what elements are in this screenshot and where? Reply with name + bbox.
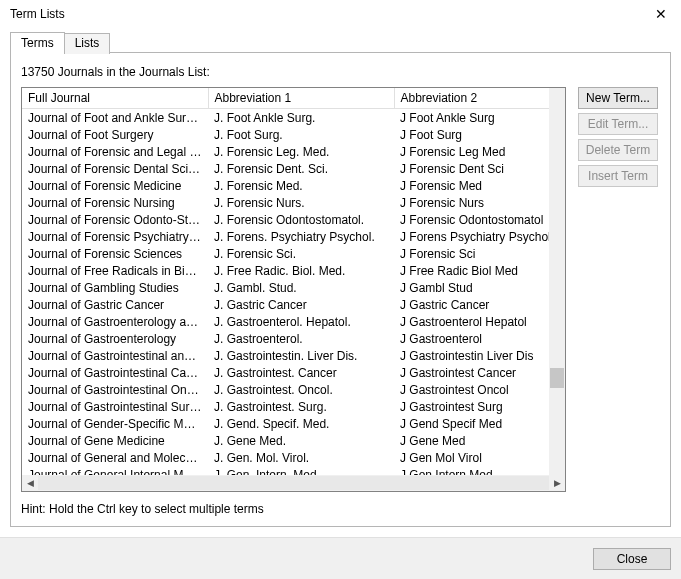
- cell-a1: J. Free Radic. Biol. Med.: [208, 262, 394, 279]
- table-row[interactable]: Journal of Forensic Dental SciencesJ. Fo…: [22, 160, 565, 177]
- cell-full: Journal of Gender-Specific Medicine: [22, 415, 208, 432]
- cell-a1: J. Gambl. Stud.: [208, 279, 394, 296]
- tab-page-terms: 13750 Journals in the Journals List: Ful…: [10, 52, 671, 527]
- cell-full: Journal of Forensic Odonto-Stom...: [22, 211, 208, 228]
- cell-full: Journal of Gastroenterology and ...: [22, 313, 208, 330]
- side-buttons: New Term... Edit Term... Delete Term Ins…: [578, 87, 658, 492]
- table-row[interactable]: Journal of Foot and Ankle SurgeryJ. Foot…: [22, 109, 565, 127]
- cell-a1: J. Forensic Sci.: [208, 245, 394, 262]
- table-row[interactable]: Journal of Gastrointestinal Oncol...J. G…: [22, 381, 565, 398]
- cell-a2: J Gastrointestin Liver Dis: [394, 347, 565, 364]
- cell-a1: J. Forensic Odontostomatol.: [208, 211, 394, 228]
- tabstrip: Terms Lists: [10, 32, 671, 53]
- table-row[interactable]: Journal of Forensic and Legal Me...J. Fo…: [22, 143, 565, 160]
- table-row[interactable]: Journal of GastroenterologyJ. Gastroente…: [22, 330, 565, 347]
- scrollbar-track[interactable]: [38, 476, 549, 490]
- cell-a1: J. Gastrointestin. Liver Dis.: [208, 347, 394, 364]
- edit-term-button: Edit Term...: [578, 113, 658, 135]
- cell-a1: J. Forensic Nurs.: [208, 194, 394, 211]
- table-row[interactable]: Journal of Gene MedicineJ. Gene Med.J Ge…: [22, 432, 565, 449]
- cell-a1: J. Gastrointest. Cancer: [208, 364, 394, 381]
- table-row[interactable]: Journal of Forensic SciencesJ. Forensic …: [22, 245, 565, 262]
- cell-full: Journal of Gastric Cancer: [22, 296, 208, 313]
- cell-a1: J. Gastroenterol. Hepatol.: [208, 313, 394, 330]
- cell-full: Journal of Gastrointestinal Surgery: [22, 398, 208, 415]
- tab-lists[interactable]: Lists: [64, 33, 111, 54]
- table-row[interactable]: Journal of Foot SurgeryJ. Foot Surg.J Fo…: [22, 126, 565, 143]
- table-row[interactable]: Journal of Forensic Odonto-Stom...J. For…: [22, 211, 565, 228]
- tab-terms[interactable]: Terms: [10, 32, 65, 53]
- table-row[interactable]: Journal of Forensic MedicineJ. Forensic …: [22, 177, 565, 194]
- table-row[interactable]: Journal of Gender-Specific MedicineJ. Ge…: [22, 415, 565, 432]
- delete-term-button: Delete Term: [578, 139, 658, 161]
- table-row[interactable]: Journal of Gastrointestinal CancerJ. Gas…: [22, 364, 565, 381]
- col-header-full[interactable]: Full Journal: [22, 88, 208, 109]
- cell-a1: J. Gastric Cancer: [208, 296, 394, 313]
- scroll-right-icon[interactable]: ▶: [549, 475, 565, 491]
- cell-a1: J. Gen. Mol. Virol.: [208, 449, 394, 466]
- cell-a2: J Gambl Stud: [394, 279, 565, 296]
- cell-a1: J. Gend. Specif. Med.: [208, 415, 394, 432]
- table-row[interactable]: Journal of Gastrointestinal and Li...J. …: [22, 347, 565, 364]
- cell-a1: J. Gene Med.: [208, 432, 394, 449]
- cell-a2: J Forensic Odontostomatol: [394, 211, 565, 228]
- cell-a2: J Forens Psychiatry Psychol: [394, 228, 565, 245]
- cell-a2: J Gend Specif Med: [394, 415, 565, 432]
- cell-a2: J Forensic Med: [394, 177, 565, 194]
- cell-full: Journal of Forensic Medicine: [22, 177, 208, 194]
- cell-a2: J Gastroenterol Hepatol: [394, 313, 565, 330]
- table-row[interactable]: Journal of Forensic NursingJ. Forensic N…: [22, 194, 565, 211]
- col-header-abbrev2[interactable]: Abbreviation 2: [394, 88, 565, 109]
- vertical-scrollbar[interactable]: [549, 88, 565, 475]
- cell-full: Journal of Forensic and Legal Me...: [22, 143, 208, 160]
- cell-a1: J. Gastrointest. Surg.: [208, 398, 394, 415]
- cell-full: Journal of Gastroenterology: [22, 330, 208, 347]
- term-list[interactable]: Full Journal Abbreviation 1 Abbreviation…: [21, 87, 566, 492]
- cell-a2: J Forensic Dent Sci: [394, 160, 565, 177]
- table-row[interactable]: Journal of Free Radicals in Biolog...J. …: [22, 262, 565, 279]
- cell-full: Journal of Free Radicals in Biolog...: [22, 262, 208, 279]
- cell-a2: J Gastrointest Surg: [394, 398, 565, 415]
- cell-full: Journal of Forensic Dental Sciences: [22, 160, 208, 177]
- cell-a1: J. Gastroenterol.: [208, 330, 394, 347]
- cell-full: Journal of Gambling Studies: [22, 279, 208, 296]
- cell-full: Journal of Gastrointestinal and Li...: [22, 347, 208, 364]
- cell-a2: J Gen Mol Virol: [394, 449, 565, 466]
- insert-term-button: Insert Term: [578, 165, 658, 187]
- cell-a1: J. Forensic Dent. Sci.: [208, 160, 394, 177]
- cell-a2: J Gastric Cancer: [394, 296, 565, 313]
- col-header-abbrev1[interactable]: Abbreviation 1: [208, 88, 394, 109]
- cell-a2: J Gastrointest Oncol: [394, 381, 565, 398]
- cell-full: Journal of Gastrointestinal Oncol...: [22, 381, 208, 398]
- term-table: Full Journal Abbreviation 1 Abbreviation…: [22, 88, 565, 483]
- cell-full: Journal of Foot Surgery: [22, 126, 208, 143]
- cell-full: Journal of Forensic Nursing: [22, 194, 208, 211]
- cell-a2: J Forensic Sci: [394, 245, 565, 262]
- cell-full: Journal of Gene Medicine: [22, 432, 208, 449]
- scrollbar-thumb[interactable]: [550, 368, 564, 388]
- titlebar: Term Lists ✕: [0, 0, 681, 28]
- cell-full: Journal of Gastrointestinal Cancer: [22, 364, 208, 381]
- cell-a2: J Gene Med: [394, 432, 565, 449]
- dialog-footer: Close: [0, 537, 681, 579]
- table-row[interactable]: Journal of Gastroenterology and ...J. Ga…: [22, 313, 565, 330]
- cell-a2: J Free Radic Biol Med: [394, 262, 565, 279]
- close-button[interactable]: Close: [593, 548, 671, 570]
- cell-a1: J. Foot Surg.: [208, 126, 394, 143]
- horizontal-scrollbar[interactable]: ◀ ▶: [22, 475, 565, 491]
- table-row[interactable]: Journal of Gambling StudiesJ. Gambl. Stu…: [22, 279, 565, 296]
- table-row[interactable]: Journal of Gastrointestinal SurgeryJ. Ga…: [22, 398, 565, 415]
- cell-a2: J Foot Surg: [394, 126, 565, 143]
- cell-a2: J Gastroenterol: [394, 330, 565, 347]
- cell-a2: J Forensic Nurs: [394, 194, 565, 211]
- scroll-left-icon[interactable]: ◀: [22, 475, 38, 491]
- table-row[interactable]: Journal of Forensic Psychiatry & ...J. F…: [22, 228, 565, 245]
- new-term-button[interactable]: New Term...: [578, 87, 658, 109]
- close-icon[interactable]: ✕: [641, 0, 681, 28]
- table-header-row: Full Journal Abbreviation 1 Abbreviation…: [22, 88, 565, 109]
- cell-a1: J. Gastrointest. Oncol.: [208, 381, 394, 398]
- hint-text: Hint: Hold the Ctrl key to select multip…: [21, 502, 660, 516]
- table-row[interactable]: Journal of General and Molecular ...J. G…: [22, 449, 565, 466]
- table-row[interactable]: Journal of Gastric CancerJ. Gastric Canc…: [22, 296, 565, 313]
- cell-full: Journal of Forensic Psychiatry & ...: [22, 228, 208, 245]
